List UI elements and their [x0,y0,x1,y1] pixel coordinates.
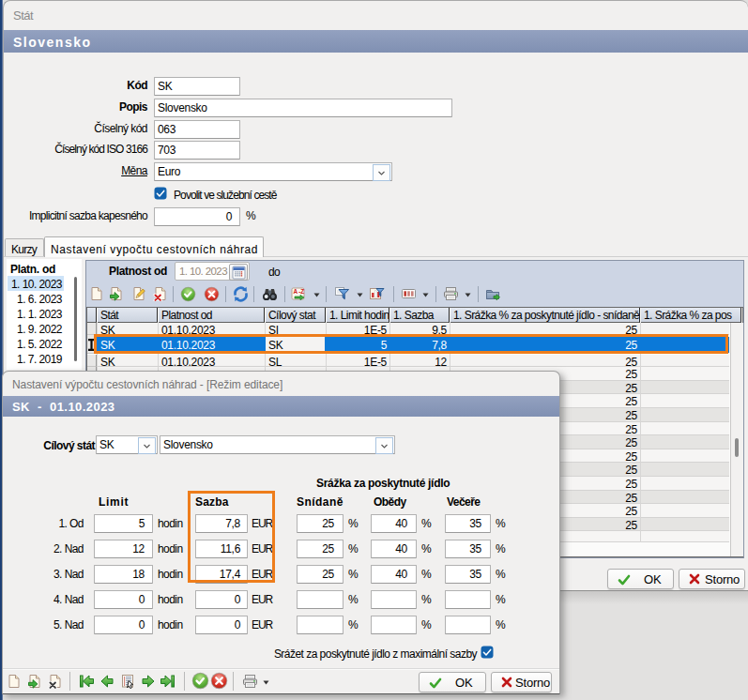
svg-text:A: A [294,288,298,295]
svg-text:-Z: -Z [298,288,304,295]
